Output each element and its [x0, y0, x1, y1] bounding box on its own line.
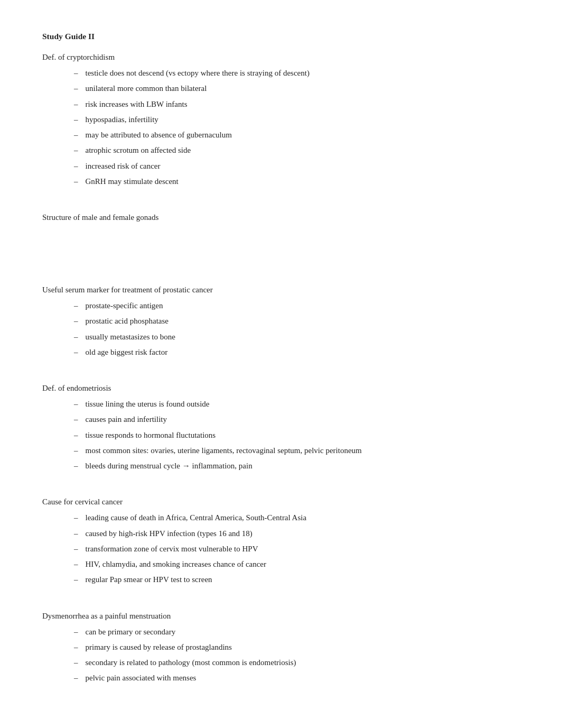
list-item: old age biggest risk factor	[74, 346, 519, 358]
list-item: bleeds during menstrual cycle → inflamma…	[74, 460, 519, 472]
section-heading-cryptorchidism: Def. of cryptorchidism	[42, 53, 519, 62]
list-item: tissue responds to hormonal fluctutation…	[74, 429, 519, 441]
list-item: most common sites: ovaries, uterine liga…	[74, 445, 519, 457]
list-item: can be primary or secondary	[74, 626, 519, 638]
section-heading-cervical-cancer: Cause for cervical cancer	[42, 497, 519, 506]
list-item: tissue lining the uterus is found outsid…	[74, 398, 519, 410]
list-item: transformation zone of cervix most vulne…	[74, 543, 519, 555]
list-item: testicle does not descend (vs ectopy whe…	[74, 67, 519, 79]
section-heading-endometriosis: Def. of endometriosis	[42, 384, 519, 393]
list-item: HIV, chlamydia, and smoking increases ch…	[74, 558, 519, 570]
list-item: leading cause of death in Africa, Centra…	[74, 512, 519, 524]
list-item: hypospadias, infertility	[74, 114, 519, 126]
main-content: Def. of cryptorchidismtesticle does not …	[42, 53, 519, 685]
list-item: usually metastasizes to bone	[74, 331, 519, 343]
list-item: increased risk of cancer	[74, 160, 519, 172]
bullet-list-endometriosis: tissue lining the uterus is found outsid…	[74, 398, 519, 472]
list-item: atrophic scrotum on affected side	[74, 144, 519, 156]
list-item: prostate-specific antigen	[74, 300, 519, 312]
list-item: GnRH may stimulate descent	[74, 176, 519, 188]
list-item: risk increases with LBW infants	[74, 98, 519, 110]
page-title: Study Guide II	[42, 32, 519, 41]
list-item: primary is caused by release of prostagl…	[74, 641, 519, 653]
list-item: regular Pap smear or HPV test to screen	[74, 574, 519, 586]
bullet-list-dysmenorrhea: can be primary or secondaryprimary is ca…	[74, 626, 519, 685]
list-item: unilateral more common than bilateral	[74, 82, 519, 95]
list-item: may be attributed to absence of gubernac…	[74, 129, 519, 141]
section-heading-dysmenorrhea: Dysmenorrhea as a painful menstruation	[42, 612, 519, 621]
bullet-list-prostatic-cancer: prostate-specific antigenprostatic acid …	[74, 300, 519, 358]
list-item: secondary is related to pathology (most …	[74, 657, 519, 669]
section-heading-gonads: Structure of male and female gonads	[42, 213, 519, 222]
list-item: causes pain and infertility	[74, 413, 519, 426]
bullet-list-cervical-cancer: leading cause of death in Africa, Centra…	[74, 512, 519, 586]
list-item: caused by high-risk HPV infection (types…	[74, 528, 519, 540]
list-item: pelvic pain associated with menses	[74, 672, 519, 684]
section-heading-prostatic-cancer: Useful serum marker for treatment of pro…	[42, 285, 519, 294]
list-item: prostatic acid phosphatase	[74, 315, 519, 327]
bullet-list-cryptorchidism: testicle does not descend (vs ectopy whe…	[74, 67, 519, 188]
